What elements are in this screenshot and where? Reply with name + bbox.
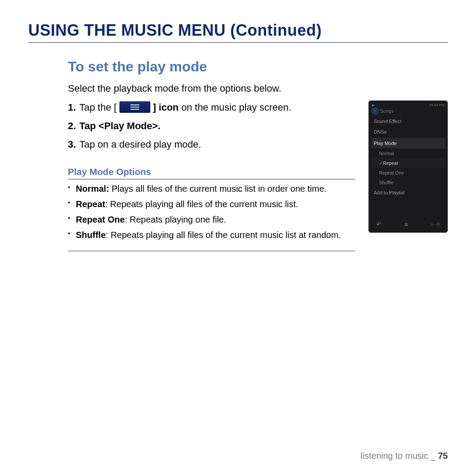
- option-desc: : Repeats playing all files of the curre…: [105, 199, 298, 209]
- options-list: Normal: Plays all files of the current m…: [68, 183, 355, 251]
- ab-repeat-label: A↔B: [431, 222, 440, 227]
- device-menu-dnse: DNSe: [371, 126, 445, 137]
- option-shuffle: Shuffle: Repeats playing all files of th…: [68, 229, 355, 241]
- device-menu-add-playlist: Add to Playlist: [371, 187, 445, 198]
- page-title: USING THE MUSIC MENU (Continued): [28, 21, 448, 43]
- option-repeat-one: Repeat One: Repeats playing one file.: [68, 214, 355, 226]
- menu-bars-icon: ≡: [404, 221, 408, 228]
- section-intro: Select the playback mode from the option…: [68, 83, 448, 94]
- play-indicator-icon: ▶: [372, 103, 375, 107]
- device-menu-play-mode: Play Mode: [371, 138, 445, 149]
- option-repeat: Repeat: Repeats playing all files of the…: [68, 198, 355, 210]
- step-3: 3. Tap on a desired play mode.: [68, 138, 355, 152]
- step-number: 3.: [68, 138, 79, 152]
- device-bottom-bar: ↶ ≡ A↔B: [371, 219, 445, 230]
- instructions-column: 1. Tap the [ ] icon on the music play sc…: [68, 100, 355, 251]
- device-playmode-normal: Normal: [371, 149, 445, 158]
- step-text: Tap <Play Mode>.: [79, 119, 355, 133]
- step-number: 2.: [68, 119, 79, 133]
- option-name: Repeat: [76, 199, 105, 209]
- device-time: 05:43 PM: [429, 103, 444, 107]
- step-text-post: on the music play screen.: [181, 102, 291, 113]
- footer-page-number: 75: [438, 451, 448, 461]
- step-text-icon-word: ] icon: [153, 102, 179, 113]
- footer-label: listening to music _: [361, 451, 438, 461]
- option-desc: Plays all files of the current music lis…: [109, 184, 327, 193]
- device-playmode-repeat-one: Repeat One: [371, 168, 445, 178]
- option-name: Normal:: [76, 184, 109, 193]
- step-text: Tap on a desired play mode.: [79, 138, 355, 152]
- option-desc: : Repeats playing one file.: [125, 215, 226, 224]
- option-name: Shuffle: [76, 230, 106, 240]
- step-text-pre: Tap the [: [79, 102, 119, 113]
- back-icon: ↶: [376, 221, 382, 228]
- device-screen-title: Songs: [380, 108, 394, 114]
- section-title: To set the play mode: [68, 59, 448, 75]
- menu-icon: [119, 101, 150, 113]
- option-desc: : Repeats playing all files of the curre…: [106, 230, 341, 240]
- device-status-bar: ▶ 05:43 PM: [371, 103, 445, 107]
- option-normal: Normal: Plays all files of the current m…: [68, 183, 355, 195]
- step-1: 1. Tap the [ ] icon on the music play sc…: [68, 100, 355, 115]
- step-number: 1.: [68, 100, 79, 115]
- device-playmode-shuffle: Shuffle: [371, 178, 445, 187]
- options-title: Play Mode Options: [68, 167, 355, 179]
- page-footer: listening to music _ 75: [361, 451, 448, 461]
- disc-icon: [372, 108, 378, 114]
- device-screenshot: ▶ 05:43 PM Songs Sound Effect DNSe Play …: [368, 100, 448, 233]
- device-title-row: Songs: [371, 107, 445, 116]
- content-area: To set the play mode Select the playback…: [68, 59, 448, 251]
- option-name: Repeat One: [76, 215, 125, 224]
- steps-list: 1. Tap the [ ] icon on the music play sc…: [68, 100, 355, 152]
- step-2: 2. Tap <Play Mode>.: [68, 119, 355, 133]
- device-menu-sound-effect: Sound Effect: [371, 116, 445, 126]
- device-playmode-repeat: Repeat: [371, 158, 445, 168]
